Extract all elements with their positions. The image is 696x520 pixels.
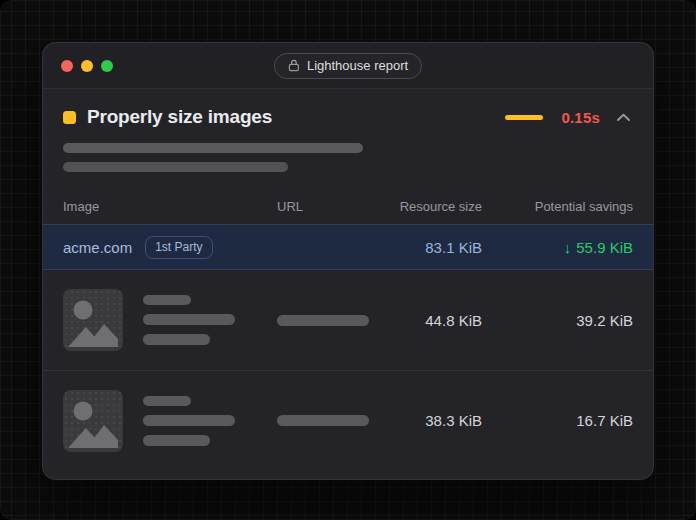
lock-icon bbox=[288, 59, 300, 72]
skeleton-bar bbox=[143, 396, 191, 406]
arrow-down-icon: ↓ bbox=[564, 239, 572, 256]
pill-label: Lighthouse report bbox=[307, 58, 408, 73]
potential-savings-value: ↓ 55.9 KiB bbox=[482, 239, 633, 256]
skeleton-bar bbox=[143, 334, 210, 345]
collapse-audit-button[interactable] bbox=[614, 108, 633, 127]
image-meta-skeleton bbox=[143, 295, 235, 345]
url-skeleton-bar bbox=[277, 315, 369, 326]
url-skeleton-bar bbox=[277, 415, 369, 426]
column-header-resource-size: Resource size bbox=[387, 199, 482, 214]
table-header-row: Image URL Resource size Potential saving… bbox=[43, 193, 653, 219]
table-row-acme[interactable]: acme.com 1st Party 83.1 KiB ↓ 55.9 KiB bbox=[43, 224, 653, 270]
potential-savings-value: 16.7 KiB bbox=[482, 412, 633, 429]
window-titlebar: Lighthouse report bbox=[43, 43, 653, 89]
audit-timing: 0.15s bbox=[505, 108, 633, 127]
image-meta-skeleton bbox=[143, 396, 235, 446]
skeleton-bar bbox=[143, 435, 210, 446]
image-placeholder-icon bbox=[63, 390, 123, 452]
table-row: 38.3 KiB 16.7 KiB bbox=[43, 370, 653, 470]
maximize-window-button[interactable] bbox=[101, 60, 113, 72]
audit-title: Properly size images bbox=[87, 106, 272, 128]
column-header-potential-savings: Potential savings bbox=[482, 199, 633, 214]
timing-dash-icon bbox=[505, 115, 543, 120]
description-skeleton-line bbox=[63, 143, 363, 153]
timing-value: 0.15s bbox=[561, 109, 600, 126]
audit-header: Properly size images 0.15s bbox=[43, 89, 653, 172]
column-header-image: Image bbox=[63, 199, 277, 214]
lighthouse-report-window: Lighthouse report Properly size images 0… bbox=[42, 42, 654, 480]
potential-savings-value: 39.2 KiB bbox=[482, 312, 633, 329]
resource-size-value: 83.1 KiB bbox=[387, 239, 482, 256]
close-window-button[interactable] bbox=[61, 60, 73, 72]
description-skeleton-line bbox=[63, 162, 288, 172]
lighthouse-report-pill[interactable]: Lighthouse report bbox=[274, 53, 422, 79]
skeleton-bar bbox=[143, 314, 235, 325]
site-link[interactable]: acme.com bbox=[63, 239, 132, 256]
column-header-url: URL bbox=[277, 199, 387, 214]
savings-amount: 55.9 KiB bbox=[576, 239, 633, 256]
resource-size-value: 44.8 KiB bbox=[387, 312, 482, 329]
skeleton-bar bbox=[143, 415, 235, 426]
traffic-lights bbox=[61, 60, 113, 72]
minimize-window-button[interactable] bbox=[81, 60, 93, 72]
resource-size-value: 38.3 KiB bbox=[387, 412, 482, 429]
skeleton-bar bbox=[143, 295, 191, 305]
chevron-up-icon bbox=[616, 110, 631, 125]
image-placeholder-icon bbox=[63, 289, 123, 351]
first-party-badge: 1st Party bbox=[145, 236, 212, 259]
desktop-background: Lighthouse report Properly size images 0… bbox=[0, 0, 696, 520]
audit-severity-marker-icon bbox=[63, 111, 76, 124]
table-row: 44.8 KiB 39.2 KiB bbox=[43, 270, 653, 370]
